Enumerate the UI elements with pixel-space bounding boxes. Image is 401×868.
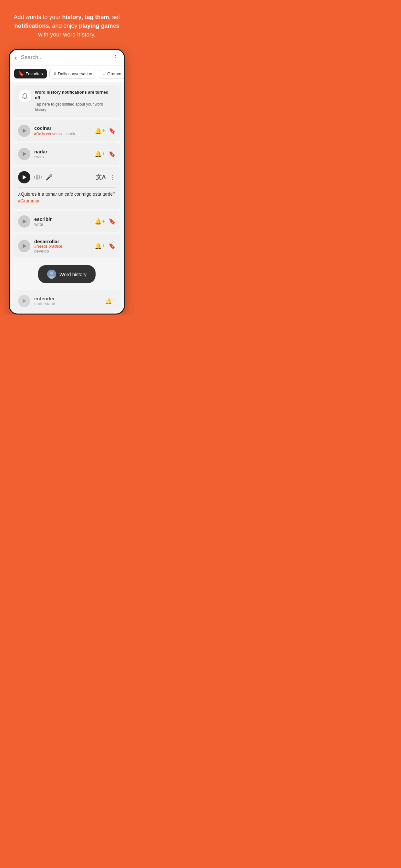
word-info-entender: entender understand (34, 296, 101, 306)
play-button-nadar[interactable] (18, 148, 30, 160)
play-button-desarrollar[interactable] (18, 240, 30, 252)
more-menu-button[interactable]: ⋮ (112, 54, 119, 61)
notification-subtitle: Tap here to get notified about your word… (35, 102, 115, 113)
bookmark-button-escribir[interactable]: 🔖 (109, 218, 116, 225)
sentence-toolbar: 🎤 文A ⋮ (18, 171, 116, 188)
svg-point-1 (50, 272, 53, 275)
bell-add-button-cocinar[interactable]: 🔔+ (95, 127, 105, 134)
sentence-main: ¿Quieres ir a tomar un café conmigo esta… (18, 191, 115, 197)
word-info-cocinar: cocinar #Daily conversa... cook (34, 125, 91, 136)
play-triangle-white-icon (23, 175, 27, 180)
word-title-escribir: escribir (34, 216, 91, 222)
word-actions-entender: 🔔+ (105, 298, 116, 305)
user-avatar (47, 270, 56, 279)
word-tag-cocinar: #Daily conversa... (34, 132, 65, 136)
tag-daily-label: Daily conversation (58, 71, 92, 76)
notification-banner[interactable]: Word history notifications are turned of… (13, 85, 120, 117)
alarm-icon (19, 90, 31, 102)
word-actions-nadar: 🔔+ 🔖 (95, 151, 116, 158)
translate-icon[interactable]: 文A (96, 174, 106, 181)
play-triangle-icon-escribir (23, 219, 27, 224)
back-button[interactable]: ‹ (15, 54, 17, 61)
grammar-tag: #Grammar (18, 198, 40, 204)
hash-icon-grammar: # (103, 71, 105, 76)
word-title-desarrollar: desarrollar (34, 239, 91, 244)
word-translation-desarrollar: develop (34, 249, 91, 253)
word-translation-escribir: write (34, 222, 91, 227)
bookmark-button-desarrollar[interactable]: 🔖 (109, 243, 116, 250)
hero-description: Add words to your history, tag them, set… (0, 13, 134, 49)
word-actions-desarrollar: 🔔+ 🔖 (95, 243, 116, 250)
bell-add-button-nadar[interactable]: 🔔+ (95, 151, 105, 158)
play-button-escribir[interactable] (18, 215, 30, 228)
play-button-cocinar[interactable] (18, 125, 30, 137)
word-translation-cocinar: cook (66, 131, 75, 136)
bell-add-button-escribir[interactable]: 🔔+ (95, 218, 105, 225)
play-button-entender[interactable] (18, 295, 30, 307)
tag-favorites[interactable]: 🔖 Favorites (14, 69, 47, 79)
word-info-nadar: nadar swim (34, 149, 91, 159)
search-input[interactable] (21, 54, 109, 61)
play-triangle-icon-nadar (23, 152, 27, 156)
word-translation-entender: understand (34, 301, 101, 306)
bookmark-icon: 🔖 (19, 71, 24, 76)
word-card-nadar: nadar swim 🔔+ 🔖 (13, 144, 120, 165)
search-bar: ‹ ⋮ (10, 50, 124, 66)
word-title-nadar: nadar (34, 149, 91, 154)
play-triangle-icon-entender (23, 299, 27, 303)
word-card-desarrollar: desarrollar #Needs practice develop 🔔+ 🔖 (13, 234, 120, 258)
word-actions-escribir: 🔔+ 🔖 (95, 218, 116, 225)
tag-favorites-label: Favorites (26, 71, 42, 76)
phone-frame: ‹ ⋮ 🔖 Favorites # Daily conversation # G… (9, 49, 125, 314)
waveform-icon (34, 175, 42, 180)
word-card-entender: entender understand 🔔+ (13, 290, 120, 312)
tag-grammar[interactable]: # Gramm... (99, 69, 124, 79)
bookmark-button-cocinar[interactable]: 🔖 (109, 127, 116, 134)
notification-title: Word history notifications are turned of… (35, 90, 115, 101)
word-card-cocinar: cocinar #Daily conversa... cook 🔔+ 🔖 (13, 120, 120, 142)
word-history-button[interactable]: Word history (38, 265, 96, 283)
word-tag-desarrollar: #Needs practice (34, 244, 91, 249)
word-title-entender: entender (34, 296, 101, 301)
bell-add-button-entender[interactable]: 🔔+ (105, 298, 116, 305)
sentence-card: 🎤 文A ⋮ ¿Quieres ir a tomar un café conmi… (13, 166, 120, 209)
word-info-escribir: escribir write (34, 216, 91, 227)
play-triangle-icon-desarrollar (23, 244, 27, 248)
tags-row: 🔖 Favorites # Daily conversation # Gramm… (10, 66, 124, 82)
word-card-escribir: escribir write 🔔+ 🔖 (13, 211, 120, 232)
word-info-desarrollar: desarrollar #Needs practice develop (34, 239, 91, 253)
bell-add-button-desarrollar[interactable]: 🔔+ (95, 243, 105, 250)
microphone-icon[interactable]: 🎤 (45, 174, 53, 181)
word-title-cocinar: cocinar (34, 125, 91, 131)
sentence-text: ¿Quieres ir a tomar un café conmigo esta… (18, 188, 116, 205)
bookmark-button-nadar[interactable]: 🔖 (109, 151, 116, 158)
word-history-label: Word history (59, 272, 87, 277)
more-options-icon[interactable]: ⋮ (110, 174, 116, 181)
notification-text: Word history notifications are turned of… (35, 90, 115, 113)
hash-icon-daily: # (54, 71, 56, 76)
tag-grammar-label: Gramm... (107, 71, 124, 76)
tag-daily-conversation[interactable]: # Daily conversation (50, 69, 96, 79)
word-history-floating-area: Word history (10, 260, 124, 288)
play-button-sentence[interactable] (18, 171, 30, 183)
play-triangle-icon (23, 128, 27, 133)
word-translation-nadar: swim (34, 154, 91, 159)
word-actions-cocinar: 🔔+ 🔖 (95, 127, 116, 134)
